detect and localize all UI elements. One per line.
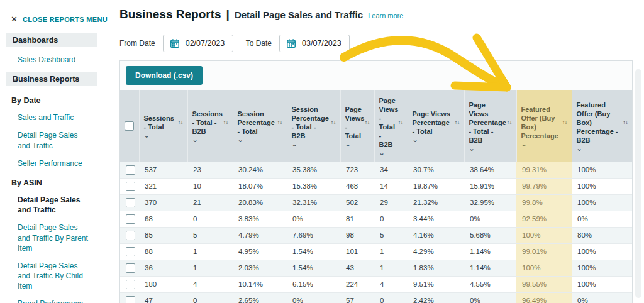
- cell-sessions-total: 321: [139, 178, 187, 194]
- cell-sessions-total: 36: [139, 260, 187, 276]
- sort-icon[interactable]: ↑↓: [365, 119, 370, 127]
- column-header[interactable]: Page Views Percentage - Total - B2B ↑↓ ⌄: [464, 90, 516, 162]
- to-date-value: 03/07/2023: [302, 39, 341, 48]
- sidebar-item[interactable]: Detail Page Sales and Traffic: [18, 195, 91, 215]
- column-header[interactable]: Page Views - Total ↑↓ ⌄: [340, 90, 374, 162]
- to-date-input[interactable]: 03/07/2023: [279, 35, 350, 52]
- chevron-down-icon[interactable]: ⌄: [577, 147, 628, 151]
- cell-page-views-percentage-total-b2b: 38.64%: [464, 162, 516, 178]
- close-icon: ✕: [11, 15, 18, 23]
- row-checkbox[interactable]: [126, 198, 135, 207]
- chevron-down-icon[interactable]: ⌄: [345, 143, 370, 146]
- sidebar-item[interactable]: Detail Page Sales and Traffic By Child I…: [18, 261, 91, 292]
- cell-session-percentage-total: 4.79%: [233, 227, 287, 243]
- sidebar-item-label: Sales Dashboard: [18, 55, 75, 64]
- table-row[interactable]: 180 4 10.14% 6.15% 224 4 9.51% 4.55% 99.…: [120, 276, 632, 292]
- cell-page-views-total: 98: [340, 227, 374, 243]
- cell-page-views-percentage-total: 30.7%: [408, 162, 464, 178]
- chevron-down-icon[interactable]: ⌄: [521, 143, 567, 146]
- date-filters: From Date 02/07/2023 To Date 03/0: [119, 35, 633, 52]
- sort-icon[interactable]: ↑↓: [277, 119, 282, 127]
- sidebar-item[interactable]: By Date: [11, 96, 116, 105]
- select-all-checkbox[interactable]: [125, 121, 134, 131]
- sort-icon[interactable]: ↑↓: [455, 119, 460, 127]
- table-row[interactable]: 85 5 4.79% 7.69% 98 5 4.16% 5.68% 100% 8…: [120, 227, 632, 243]
- table-row[interactable]: 68 0 3.83% 0% 81 0 3.44% 0% 92.59% 0%: [120, 211, 632, 227]
- cell-page-views-total-b2b: 5: [374, 227, 408, 243]
- close-reports-menu[interactable]: ✕ CLOSE REPORTS MENU: [11, 15, 116, 23]
- row-select-cell: [120, 227, 139, 243]
- column-header[interactable]: Sessions - Total - B2B ↑↓ ⌄: [187, 90, 233, 162]
- chevron-down-icon[interactable]: ⌄: [413, 138, 460, 142]
- sidebar-item[interactable]: Brand Performance: [18, 299, 91, 303]
- cell-page-views-percentage-total-b2b: 32.95%: [464, 194, 516, 211]
- table-row[interactable]: 36 1 2.03% 1.54% 43 1 1.83% 1.14% 100% 1…: [120, 260, 632, 276]
- cell-featured-offer-percentage-b2b: 0%: [572, 292, 632, 303]
- row-checkbox[interactable]: [126, 165, 135, 175]
- sort-icon[interactable]: ↑↓: [178, 119, 183, 127]
- table-row[interactable]: 47 0 2.65% 0% 57 0 2.42% 0% 96.49% 0%: [120, 292, 632, 303]
- column-header[interactable]: Featured Offer (Buy Box) Percentage ↑↓ ⌄: [516, 90, 572, 162]
- column-header[interactable]: Page Views - Total - B2B ↑↓ ⌄: [374, 90, 408, 162]
- table-row[interactable]: 321 10 18.07% 15.38% 468 14 19.87% 15.91…: [120, 178, 632, 194]
- column-header[interactable]: Session Percentage - Total ↑↓ ⌄: [233, 90, 287, 162]
- sidebar-item[interactable]: Seller Performance: [18, 158, 91, 168]
- download-csv-button[interactable]: Download (.csv): [126, 66, 203, 85]
- sort-icon[interactable]: ↑↓: [223, 119, 228, 127]
- column-header[interactable]: Page Views Percentage - Total ↑↓ ⌄: [408, 90, 464, 162]
- from-date-input[interactable]: 02/07/2023: [163, 35, 233, 52]
- column-header[interactable]: Session Percentage - Total - B2B ↑↓ ⌄: [287, 90, 340, 162]
- chevron-down-icon[interactable]: ⌄: [379, 152, 403, 155]
- sort-icon[interactable]: ↑↓: [398, 119, 403, 127]
- row-checkbox[interactable]: [126, 296, 135, 303]
- chevron-down-icon[interactable]: ⌄: [469, 147, 512, 151]
- cell-session-percentage-total: 4.95%: [233, 243, 287, 260]
- column-header[interactable]: Sessions - Total ↑↓ ⌄: [139, 90, 187, 162]
- chevron-down-icon[interactable]: ⌄: [292, 143, 336, 146]
- sidebar-item-label: Dashboards: [13, 36, 58, 45]
- sidebar-item[interactable]: By ASIN: [11, 179, 116, 187]
- row-checkbox[interactable]: [126, 182, 135, 191]
- cell-page-views-percentage-total-b2b: 1.14%: [464, 260, 516, 276]
- cell-sessions-total: 537: [139, 162, 187, 178]
- cell-featured-offer-percentage-b2b: 100%: [572, 194, 632, 211]
- sort-icon[interactable]: ↑↓: [331, 119, 336, 127]
- report-table-card: Download (.csv) Sessions - Total: [119, 60, 633, 303]
- table-row[interactable]: 537 23 30.24% 35.38% 723 34 30.7% 38.64%…: [120, 162, 632, 178]
- chevron-down-icon[interactable]: ⌄: [192, 138, 228, 142]
- sort-icon[interactable]: ↑↓: [507, 119, 512, 127]
- cell-page-views-percentage-total-b2b: 0%: [464, 211, 516, 227]
- table-row[interactable]: 88 1 4.95% 1.54% 101 1 4.29% 1.14% 99.01…: [120, 243, 632, 260]
- scrollbar[interactable]: [635, 69, 641, 298]
- row-checkbox[interactable]: [126, 214, 135, 224]
- row-checkbox[interactable]: [126, 263, 135, 273]
- sidebar-item[interactable]: Detail Page Sales and Traffic By Parent …: [18, 223, 91, 253]
- sort-icon[interactable]: ↑↓: [562, 119, 567, 127]
- table-row[interactable]: 370 21 20.83% 32.31% 502 29 21.32% 32.95…: [120, 194, 632, 211]
- cell-page-views-total-b2b: 4: [374, 276, 408, 292]
- cell-sessions-total: 180: [139, 276, 187, 292]
- cell-page-views-percentage-total: 9.51%: [408, 276, 464, 292]
- cell-page-views-total: 81: [340, 211, 374, 227]
- learn-more-link[interactable]: Learn more: [368, 12, 403, 19]
- table-header-row: Sessions - Total ↑↓ ⌄ Sessions - Total -…: [120, 90, 632, 162]
- row-checkbox[interactable]: [126, 280, 135, 289]
- sort-icon[interactable]: ↑↓: [623, 119, 628, 127]
- cell-session-percentage-total: 30.24%: [233, 162, 287, 178]
- from-date-label: From Date: [119, 39, 155, 48]
- chevron-down-icon[interactable]: ⌄: [238, 138, 282, 142]
- table-toolbar: Download (.csv): [120, 61, 632, 90]
- column-header[interactable]: Featured Offer (Buy Box) Percentage - B2…: [572, 90, 632, 162]
- sidebar-item[interactable]: Detail Page Sales and Traffic: [18, 130, 91, 150]
- sidebar-item[interactable]: Dashboards: [6, 33, 97, 47]
- sidebar-item[interactable]: Business Reports: [6, 72, 97, 86]
- sidebar-item-label: Brand Performance: [18, 299, 83, 303]
- chevron-down-icon[interactable]: ⌄: [144, 134, 183, 138]
- sidebar-item[interactable]: Sales Dashboard: [18, 55, 91, 65]
- cell-session-percentage-total: 18.07%: [233, 178, 287, 194]
- sidebar-item[interactable]: Sales and Traffic: [18, 113, 91, 123]
- row-checkbox[interactable]: [126, 231, 135, 240]
- reports-sidebar: ✕ CLOSE REPORTS MENU Dashboards Sales Da…: [0, 0, 116, 303]
- row-checkbox[interactable]: [126, 247, 135, 256]
- cell-page-views-percentage-total-b2b: 0%: [464, 292, 516, 303]
